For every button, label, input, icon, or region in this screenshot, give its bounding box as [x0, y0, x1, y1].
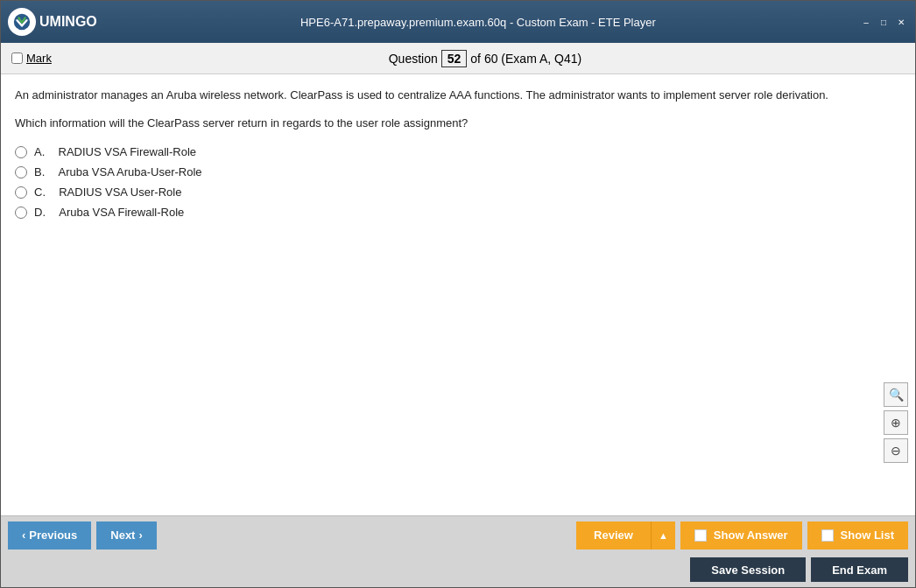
option-b-radio[interactable]	[15, 166, 27, 178]
minimize-button[interactable]: –	[859, 15, 873, 29]
show-answer-checkbox-icon	[694, 529, 707, 542]
question-of-text: of 60 (Exam A, Q41)	[470, 52, 581, 66]
show-list-checkbox-icon	[821, 529, 834, 542]
show-answer-label: Show Answer	[714, 528, 788, 542]
next-button[interactable]: Next ›	[96, 522, 157, 550]
option-a-text: RADIUS VSA Firewall-Role	[59, 145, 197, 158]
option-d-radio[interactable]	[15, 206, 27, 219]
toolbar: Mark Question 52 of 60 (Exam A, Q41)	[1, 43, 915, 74]
option-b-text: Aruba VSA Aruba-User-Role	[59, 165, 202, 178]
search-button[interactable]: 🔍	[884, 382, 908, 407]
side-tools: 🔍 ⊕ ⊖	[884, 382, 908, 463]
window-title: HPE6-A71.prepaway.premium.exam.60q - Cus…	[300, 16, 656, 29]
question-label: Question	[389, 52, 438, 66]
option-a-radio[interactable]	[15, 146, 27, 158]
option-a-label: A.	[34, 145, 52, 158]
question-sub-text: Which information will the ClearPass ser…	[15, 115, 901, 132]
end-exam-label: End Exam	[832, 564, 887, 577]
logo-text: UMINGO	[39, 14, 97, 30]
previous-chevron-icon: ‹	[22, 528, 25, 542]
review-dropdown-icon: ▲	[659, 530, 668, 541]
option-c[interactable]: C. RADIUS VSA User-Role	[15, 186, 901, 199]
show-list-button[interactable]: Show List	[807, 522, 908, 550]
question-info: Question 52 of 60 (Exam A, Q41)	[389, 50, 581, 67]
next-chevron-icon: ›	[138, 528, 142, 542]
show-list-label: Show List	[841, 528, 894, 542]
app-window: UMINGO HPE6-A71.prepaway.premium.exam.60…	[0, 0, 916, 588]
close-button[interactable]: ✕	[894, 15, 908, 29]
question-number: 52	[441, 50, 468, 67]
mark-checkbox-input[interactable]	[11, 52, 23, 64]
review-button[interactable]: Review	[576, 522, 651, 550]
option-b[interactable]: B. Aruba VSA Aruba-User-Role	[15, 165, 901, 178]
zoom-in-button[interactable]: ⊕	[884, 410, 908, 435]
vumingo-logo-svg	[12, 12, 32, 32]
option-d[interactable]: D. Aruba VSA Firewall-Role	[15, 206, 901, 219]
logo: UMINGO	[8, 8, 97, 36]
logo-icon	[8, 8, 36, 36]
save-session-label: Save Session	[711, 564, 785, 577]
content-area: An administrator manages an Aruba wirele…	[1, 74, 915, 515]
title-bar: UMINGO HPE6-A71.prepaway.premium.exam.60…	[1, 1, 915, 43]
option-c-label: C.	[34, 186, 52, 199]
save-session-button[interactable]: Save Session	[690, 557, 806, 582]
review-btn-group: Review ▲	[576, 522, 675, 550]
mark-checkbox[interactable]: Mark	[11, 52, 52, 65]
options-list: A. RADIUS VSA Firewall-Role B. Aruba VSA…	[15, 145, 901, 219]
previous-label: Previous	[29, 528, 77, 542]
window-controls: – □ ✕	[859, 15, 908, 29]
option-a[interactable]: A. RADIUS VSA Firewall-Role	[15, 145, 901, 158]
show-answer-button[interactable]: Show Answer	[680, 522, 802, 550]
end-exam-button[interactable]: End Exam	[811, 557, 908, 582]
mark-label: Mark	[26, 52, 52, 65]
option-c-text: RADIUS VSA User-Role	[59, 186, 181, 199]
question-text: An administrator manages an Aruba wirele…	[15, 87, 901, 104]
option-c-radio[interactable]	[15, 186, 27, 199]
bottom-bar: ‹ Previous Next › Review ▲ Show Answer S…	[1, 515, 915, 554]
title-bar-left: UMINGO	[8, 8, 97, 36]
next-label: Next	[110, 528, 135, 542]
bottom-bar-2: Save Session End Exam	[1, 554, 915, 587]
previous-button[interactable]: ‹ Previous	[8, 522, 91, 550]
zoom-out-button[interactable]: ⊖	[884, 438, 908, 463]
option-b-label: B.	[34, 165, 52, 178]
review-dropdown-button[interactable]: ▲	[651, 522, 675, 550]
review-label: Review	[594, 528, 633, 542]
option-d-label: D.	[34, 206, 52, 219]
option-d-text: Aruba VSA Firewall-Role	[59, 206, 184, 219]
maximize-button[interactable]: □	[877, 15, 891, 29]
